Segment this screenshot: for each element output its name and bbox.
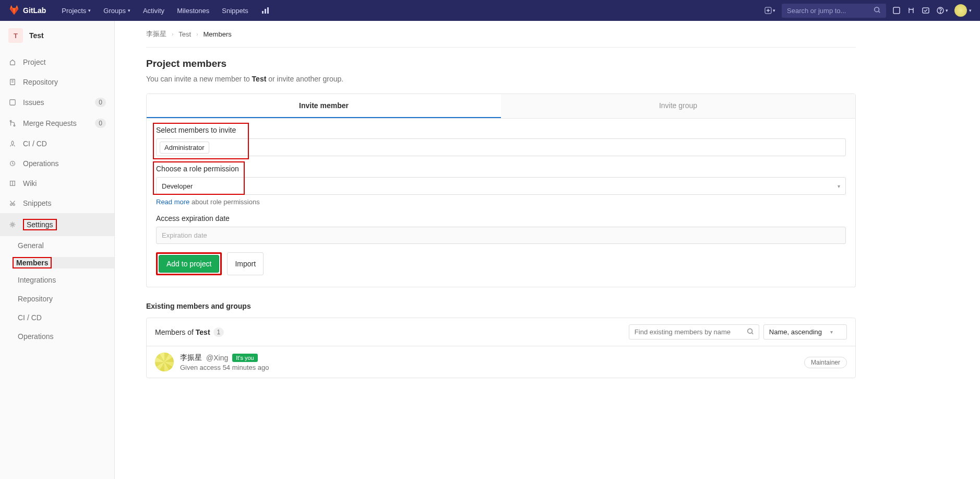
members-count-badge: 1 — [213, 328, 224, 337]
user-menu[interactable]: ▾ — [954, 4, 972, 17]
nav-groups[interactable]: Groups▾ — [98, 4, 136, 18]
nav-projects[interactable]: Projects▾ — [56, 4, 96, 18]
svg-rect-2 — [267, 7, 269, 14]
select-members-label: Select members to invite — [156, 126, 846, 134]
role-value: Developer — [162, 182, 193, 190]
chevron-down-icon: ▾ — [88, 8, 91, 13]
todos-icon[interactable] — [922, 6, 930, 15]
brand-text: GitLab — [23, 6, 46, 15]
page-subtitle: You can invite a new member to Test or i… — [146, 75, 856, 83]
select-members-input[interactable]: Administrator — [156, 138, 846, 156]
chevron-down-icon: ▾ — [128, 8, 130, 13]
its-you-badge: It's you — [232, 354, 258, 362]
member-name[interactable]: 李振星 — [180, 353, 202, 363]
invite-tabs: Invite member Invite group — [146, 94, 856, 119]
nav-analytics-icon[interactable] — [256, 3, 274, 18]
breadcrumb-project[interactable]: Test — [178, 30, 191, 38]
sidebar-item-operations[interactable]: Operations — [0, 154, 114, 173]
gitlab-logo[interactable]: GitLab — [8, 4, 46, 17]
svg-point-16 — [11, 224, 14, 226]
read-more-link[interactable]: Read more — [156, 198, 189, 206]
sidebar: T Test Project Repository Issues0 Merge … — [0, 21, 115, 479]
sidebar-sub-integrations[interactable]: Integrations — [0, 271, 114, 289]
find-members-input[interactable] — [629, 324, 759, 340]
breadcrumb-root[interactable]: 李振星 — [146, 29, 166, 39]
member-role: Maintainer — [804, 358, 847, 366]
role-pill: Maintainer — [804, 357, 847, 368]
sidebar-sub-cicd[interactable]: CI / CD — [0, 308, 114, 327]
search-icon — [747, 328, 754, 336]
members-head: Members of Test 1 Name, ascending ▾ — [147, 318, 855, 346]
sidebar-sub-general[interactable]: General — [0, 236, 114, 255]
chevron-right-icon: › — [172, 31, 173, 37]
count-badge: 0 — [95, 119, 106, 128]
sort-dropdown[interactable]: Name, ascending ▾ — [763, 324, 847, 340]
sidebar-item-wiki[interactable]: Wiki — [0, 173, 114, 193]
rocket-icon — [8, 139, 17, 148]
sidebar-item-issues[interactable]: Issues0 — [0, 92, 114, 113]
tab-invite-member[interactable]: Invite member — [147, 94, 501, 118]
expiration-input[interactable] — [156, 227, 846, 244]
tab-invite-group[interactable]: Invite group — [501, 94, 855, 118]
sidebar-sub-repository[interactable]: Repository — [0, 289, 114, 308]
svg-rect-5 — [893, 7, 900, 14]
highlight-box: Members — [13, 257, 52, 268]
nav-right: ▾ ▾ ▾ — [764, 4, 972, 18]
nav-snippets[interactable]: Snippets — [217, 4, 254, 18]
chevron-down-icon: ▾ — [830, 329, 833, 335]
nav-primary: Projects▾ Groups▾ Activity Milestones Sn… — [56, 3, 274, 18]
svg-rect-0 — [262, 11, 264, 14]
sidebar-sub-members[interactable]: Members — [13, 257, 114, 268]
project-header[interactable]: T Test — [0, 21, 114, 50]
sidebar-sub-operations[interactable]: Operations — [0, 327, 114, 346]
help-icon[interactable]: ▾ — [936, 6, 948, 15]
sidebar-item-project[interactable]: Project — [0, 52, 114, 72]
member-row: 李振星 @Xing It's you Given access 54 minut… — [147, 346, 855, 378]
project-avatar: T — [8, 28, 23, 43]
highlight-box: Add to project — [156, 252, 222, 275]
scissors-icon — [8, 199, 17, 207]
home-icon — [8, 58, 17, 66]
import-button[interactable]: Import — [227, 252, 264, 275]
svg-point-14 — [10, 204, 13, 206]
issues-icon[interactable] — [892, 6, 901, 15]
top-nav: GitLab Projects▾ Groups▾ Activity Milest… — [0, 0, 980, 21]
repo-icon — [8, 78, 17, 86]
form-buttons: Add to project Import — [156, 252, 846, 275]
role-select[interactable]: Developer ▾ — [156, 177, 846, 195]
nav-activity[interactable]: Activity — [138, 4, 170, 18]
add-to-project-button[interactable]: Add to project — [159, 255, 219, 273]
svg-rect-10 — [10, 100, 16, 106]
sidebar-item-settings[interactable]: Settings — [0, 213, 114, 236]
svg-point-17 — [748, 329, 752, 333]
role-permission-field: Choose a role permission Developer ▾ Rea… — [156, 165, 846, 206]
chevron-right-icon: › — [196, 31, 198, 37]
ops-icon — [8, 159, 17, 168]
search-input[interactable] — [782, 4, 886, 18]
sidebar-item-snippets[interactable]: Snippets — [0, 193, 114, 213]
member-handle: @Xing — [206, 354, 228, 362]
member-meta: Given access 54 minutes ago — [180, 364, 269, 371]
select-members-field: Select members to invite Administrator — [156, 126, 846, 156]
expiration-field: Access expiration date — [156, 214, 846, 244]
invite-form: Select members to invite Administrator C… — [146, 119, 856, 287]
sidebar-item-merge-requests[interactable]: Merge Requests0 — [0, 113, 114, 134]
merge-icon — [8, 119, 17, 127]
issues-icon — [8, 98, 17, 107]
members-panel: Members of Test 1 Name, ascending ▾ — [146, 318, 856, 378]
member-chip[interactable]: Administrator — [160, 142, 209, 154]
svg-point-15 — [13, 204, 15, 206]
book-icon — [8, 179, 17, 188]
plus-dropdown[interactable]: ▾ — [764, 7, 775, 14]
expiration-label: Access expiration date — [156, 214, 846, 223]
sidebar-item-repository[interactable]: Repository — [0, 72, 114, 92]
nav-milestones[interactable]: Milestones — [172, 4, 214, 18]
sidebar-item-cicd[interactable]: CI / CD — [0, 134, 114, 154]
breadcrumb-current: Members — [204, 30, 232, 38]
merge-requests-icon[interactable] — [907, 6, 915, 15]
sidebar-sub-settings: General Members Integrations Repository … — [0, 236, 114, 346]
svg-rect-1 — [265, 9, 266, 14]
count-badge: 0 — [95, 98, 106, 107]
gitlab-icon — [8, 4, 20, 17]
breadcrumb: 李振星 › Test › Members — [146, 21, 856, 48]
